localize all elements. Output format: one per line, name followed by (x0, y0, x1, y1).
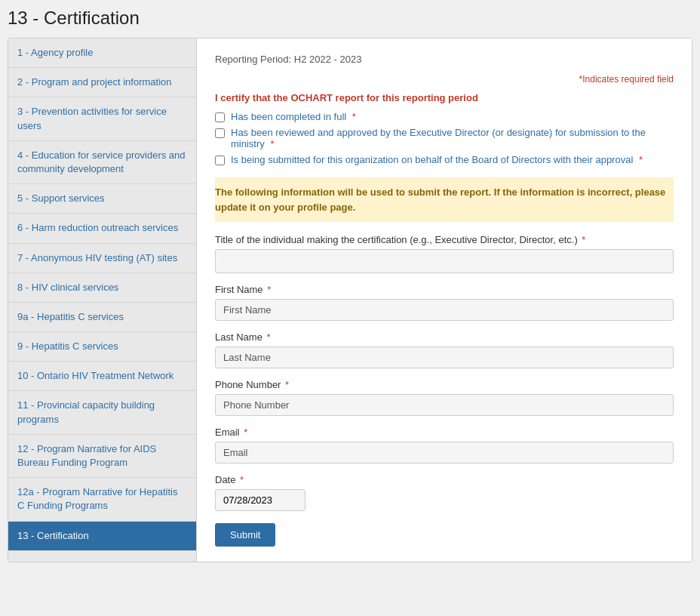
first-name-field-group: First Name * (215, 284, 674, 331)
checkbox-group: Has been completed in full *Has been rev… (215, 111, 674, 165)
sidebar-item-item-12a[interactable]: 12a - Program Narrative for Hepatitis C … (8, 478, 196, 521)
sidebar-item-item-8[interactable]: 8 - HIV clinical services (8, 273, 196, 303)
sidebar-item-item-7[interactable]: 7 - Anonymous HIV testing (AT) sites (8, 244, 196, 273)
required-note: *Indicates required field (215, 74, 674, 85)
checkbox-item-cb1: Has been completed in full * (215, 111, 674, 122)
first-name-input[interactable] (215, 299, 674, 321)
sidebar-item-item-4[interactable]: 4 - Education for service providers and … (8, 141, 196, 184)
checkbox-cb3[interactable] (215, 156, 225, 165)
date-required-star: * (237, 474, 244, 485)
checkbox-required-star-cb1: * (349, 111, 356, 122)
title-input[interactable] (215, 249, 674, 273)
checkbox-label-cb3: Is being submitted for this organization… (231, 154, 643, 165)
phone-field-group: Phone Number * (215, 379, 674, 427)
email-required-star: * (241, 427, 248, 438)
submit-button[interactable]: Submit (215, 523, 275, 547)
sidebar-item-item-3[interactable]: 3 - Prevention activities for service us… (8, 97, 196, 140)
date-field-group: Date * (215, 474, 674, 523)
sidebar-item-item-9[interactable]: 9 - Hepatitis C services (8, 332, 196, 362)
last-name-required-star: * (264, 331, 271, 343)
checkbox-label-cb2: Has been reviewed and approved by the Ex… (231, 127, 674, 149)
sidebar-item-item-11[interactable]: 11 - Provincial capacity building progra… (8, 391, 196, 434)
checkbox-cb1[interactable] (215, 112, 225, 122)
sidebar-item-item-2[interactable]: 2 - Program and project information (8, 68, 196, 97)
title-label: Title of the individual making the certi… (215, 234, 674, 245)
info-box: The following information will be used t… (215, 177, 674, 222)
reporting-period: Reporting Period: H2 2022 - 2023 (215, 54, 674, 65)
date-input[interactable] (215, 489, 305, 511)
date-label: Date * (215, 474, 674, 485)
title-field-group: Title of the individual making the certi… (215, 234, 674, 284)
last-name-field-group: Last Name * (215, 331, 674, 379)
content-area: Reporting Period: H2 2022 - 2023 *Indica… (197, 38, 692, 562)
last-name-label: Last Name * (215, 331, 674, 343)
email-field-group: Email * (215, 427, 674, 474)
first-name-required-star: * (265, 284, 272, 295)
sidebar-item-item-6[interactable]: 6 - Harm reduction outreach services (8, 214, 196, 243)
sidebar-item-item-1[interactable]: 1 - Agency profile (8, 38, 196, 68)
email-input[interactable] (215, 442, 674, 464)
sidebar-item-item-13[interactable]: 13 - Certification (8, 522, 196, 551)
sidebar-item-item-10[interactable]: 10 - Ontario HIV Treatment Network (8, 362, 196, 391)
first-name-label: First Name * (215, 284, 674, 295)
sidebar-item-item-5[interactable]: 5 - Support services (8, 184, 196, 214)
checkbox-required-star-cb3: * (636, 154, 643, 165)
checkbox-required-star-cb2: * (268, 138, 275, 149)
sidebar-item-item-12[interactable]: 12 - Program Narrative for AIDS Bureau F… (8, 435, 196, 478)
page-title: 13 - Certification (8, 8, 692, 29)
checkbox-label-cb1: Has been completed in full * (231, 111, 356, 122)
checkbox-item-cb2: Has been reviewed and approved by the Ex… (215, 127, 674, 149)
sidebar-item-item-9a[interactable]: 9a - Hepatitis C services (8, 303, 196, 332)
sidebar: 1 - Agency profile2 - Program and projec… (8, 38, 197, 562)
title-required-star: * (579, 234, 586, 245)
certify-text: I certify that the OCHART report for thi… (215, 92, 674, 103)
last-name-input[interactable] (215, 346, 674, 368)
main-container: 1 - Agency profile2 - Program and projec… (8, 38, 692, 562)
checkbox-cb2[interactable] (215, 128, 225, 138)
phone-label: Phone Number * (215, 379, 674, 390)
phone-input[interactable] (215, 394, 674, 416)
phone-required-star: * (282, 379, 289, 390)
email-label: Email * (215, 427, 674, 438)
checkbox-item-cb3: Is being submitted for this organization… (215, 154, 674, 165)
